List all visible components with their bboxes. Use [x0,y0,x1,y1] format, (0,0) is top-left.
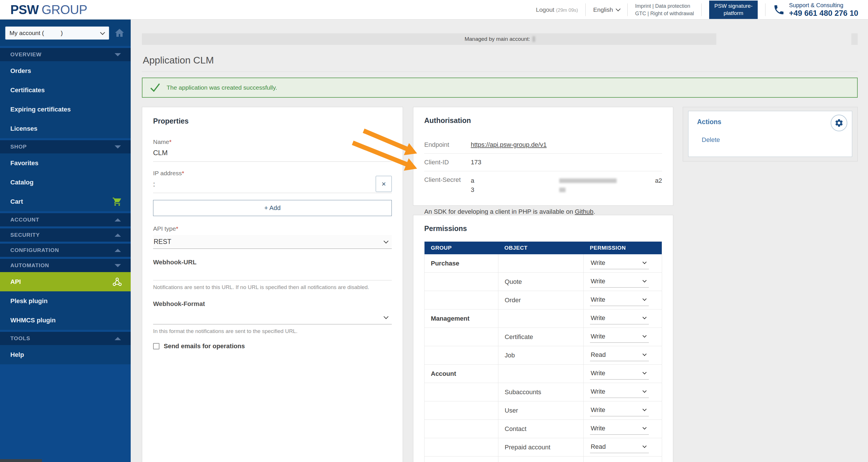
chevron-up-icon [115,218,121,221]
sidebar-item-whmcs-plugin[interactable]: WHMCS plugin [0,311,131,330]
sidebar-section-configuration: CONFIGURATION [0,244,131,257]
sidebar-item-catalog[interactable]: Catalog [0,173,131,192]
sidebar-section-header-overview[interactable]: OVERVIEW [0,48,131,61]
github-link[interactable]: Github [575,208,593,215]
sidebar-section-tools: TOOLS Help [0,332,131,364]
chevron-down-icon [643,370,647,374]
sidebar-section-header-tools[interactable]: TOOLS [0,332,131,345]
permissions-table-header: GROUP OBJECT PERMISSION [425,242,662,254]
permission-select[interactable]: Read [590,441,649,453]
sidebar-section-header-shop[interactable]: SHOP [0,140,131,153]
group-cell: Purchase [431,260,459,267]
add-ip-button[interactable]: + Add [153,200,392,216]
sidebar-item-expiring-certificates[interactable]: Expiring certificates [0,100,131,119]
sidebar-item-cart[interactable]: Cart [0,192,131,211]
sidebar-item-label: Expiring certificates [10,106,71,113]
endpoint-link[interactable]: https://api.psw-group.de/v1 [471,141,547,148]
sidebar-item-favorites[interactable]: Favorites [0,153,131,173]
permission-select[interactable]: Write [590,257,649,269]
sidebar-section-header-account[interactable]: ACCOUNT [0,213,131,226]
bottom-bar [0,459,42,462]
permission-select[interactable]: Write [590,423,649,435]
object-cell: Subaccounts [505,389,541,396]
language-select[interactable]: English [593,6,620,13]
sidebar-section-overview: OVERVIEW Orders Certificates Expiring ce… [0,48,131,138]
chevron-down-icon [115,145,121,149]
chevron-down-icon [384,239,389,243]
sidebar-item-certificates[interactable]: Certificates [0,81,131,100]
sidebar-item-api[interactable]: API [0,272,131,291]
properties-card-title: Properties [153,117,392,125]
chevron-down-icon [100,30,105,35]
section-label: AUTOMATION [10,262,49,269]
client-secret-line1-end: a2 [655,176,662,185]
top-header: PSW GROUP Logout (29m 09s) English Impri… [0,0,868,20]
header-separator [585,3,586,16]
permission-select[interactable]: Read [590,349,649,361]
webhook-icon [112,277,122,287]
permission-select[interactable]: Write [590,276,649,287]
header-separator [627,3,628,16]
gear-icon [834,118,844,128]
api-type-field-group: API type* REST [153,225,392,249]
chevron-down-icon [643,297,647,301]
sidebar-section-header-security[interactable]: SECURITY [0,228,131,242]
logo-psw: PSW [10,3,39,17]
permission-select[interactable]: Write [590,368,649,379]
name-field[interactable]: CLM [153,149,392,162]
ip-address-field[interactable]: : [153,180,392,193]
sidebar-item-plesk-plugin[interactable]: Plesk plugin [0,291,131,311]
permission-select[interactable]: Write [590,386,649,398]
sidebar-item-licenses[interactable]: Licenses [0,119,131,138]
actions-panel: Actions Delete [683,107,858,161]
sidebar-section-security: SECURITY [0,228,131,242]
table-row: Account Write [425,365,662,383]
psw-group-logo: PSW GROUP [10,0,87,20]
name-label: Name* [153,138,392,145]
required-marker: * [169,138,172,145]
home-icon[interactable] [114,27,125,39]
sidebar-section-header-configuration[interactable]: CONFIGURATION [0,244,131,257]
table-row: Certificate Write [425,328,662,346]
chevron-up-icon [115,337,121,340]
delete-action-link[interactable]: Delete [702,136,720,144]
chevron-down-icon [643,389,647,393]
permission-select[interactable]: Write [590,313,649,325]
webhook-url-help: Notifications are sent to this URL. If n… [153,284,392,290]
chevron-down-icon [115,264,121,267]
sidebar-section-header-automation[interactable]: AUTOMATION [0,259,131,272]
permission-select[interactable]: Write [590,404,649,416]
name-field-group: Name* CLM [153,138,392,162]
managed-by-banner: Managed by main account: [142,33,858,45]
permission-select[interactable]: Write [590,331,649,343]
psw-signature-platform-button[interactable]: PSW signature- platform [709,1,758,19]
logout-link[interactable]: Logout (29m 09s) [536,6,578,13]
section-label: OVERVIEW [10,52,41,58]
api-type-select[interactable]: REST [153,235,392,249]
client-secret-redaction [559,188,565,192]
table-row: Management Write [425,309,662,328]
client-id-label: Client-ID [424,159,471,166]
settings-button[interactable] [831,115,847,131]
legal-links-line1[interactable]: Imprint | Data protection [635,2,694,10]
send-emails-checkbox[interactable] [153,343,159,349]
logout-label: Logout [536,6,554,13]
legal-links-line2[interactable]: GTC | Right of withdrawal [635,10,694,17]
sidebar-item-label: Favorites [10,159,38,167]
account-select[interactable]: My account ( ) [5,26,109,40]
ip-address-field-group: IP address* : × [153,170,392,193]
remove-ip-button[interactable]: × [376,176,392,192]
banner-redaction-patch [716,33,851,45]
section-label: ACCOUNT [10,217,39,223]
support-phone-number[interactable]: +49 661 480 276 10 [789,9,858,18]
sidebar-section-account: ACCOUNT [0,213,131,226]
column-header-permission: PERMISSION [583,245,662,251]
sidebar-item-label: WHMCS plugin [10,317,56,324]
group-cell: Account [431,370,456,377]
sidebar-item-help[interactable]: Help [0,345,131,364]
webhook-url-input[interactable] [153,268,392,280]
webhook-format-select[interactable] [153,311,392,325]
sidebar-item-orders[interactable]: Orders [0,61,131,81]
permission-select[interactable]: Write [590,294,649,306]
chevron-down-icon [643,426,647,430]
